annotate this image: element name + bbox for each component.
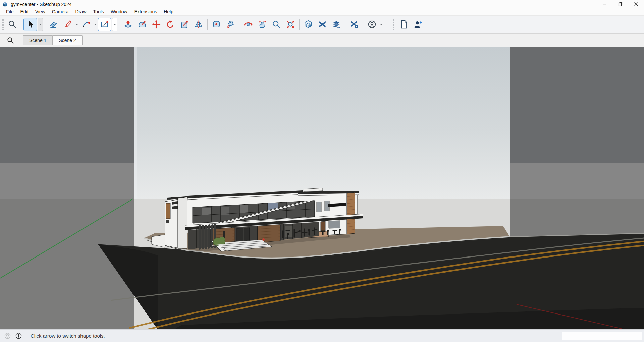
help-info-icon[interactable] [15,332,22,339]
follow-me-icon [138,20,147,29]
arc-tool-button[interactable] [79,18,93,31]
title-bar: gym+center - SketchUp 2024 [0,0,644,8]
status-separator [26,332,26,340]
menu-camera[interactable]: Camera [49,8,72,15]
close-button[interactable] [628,0,644,8]
menu-tools[interactable]: Tools [90,8,107,15]
scene-tab-bar: Scene 1Scene 2 [0,34,644,47]
toolbar-separator [239,19,239,30]
3d-warehouse-button[interactable] [302,18,315,31]
orbit-tool-button[interactable] [241,18,255,31]
scene-tab-2[interactable]: Scene 2 [53,35,82,45]
move-tool-button[interactable] [150,18,163,31]
chevron-down-icon [94,23,97,26]
measurements-input[interactable] [562,332,642,340]
chevron-down-icon [75,23,78,26]
push-pull-tool-button[interactable] [121,18,135,31]
zoom-extents-icon [286,20,295,29]
select-arrow-icon [25,20,35,29]
toolbar-separator [207,19,208,30]
sign-in-button[interactable] [365,18,379,31]
scale-tool-button[interactable] [178,18,191,31]
chevron-down-icon [113,23,116,26]
status-message: Click arrow to switch shape tools. [31,333,105,339]
scene-tabs: Scene 1Scene 2 [23,35,83,45]
scene-search-icon[interactable] [7,37,14,44]
offset-tool-button[interactable] [210,18,223,31]
window-controls [597,0,644,8]
rotate-tool-button[interactable] [164,18,177,31]
search-icon [8,20,17,29]
zoom-extents-tool-button[interactable] [284,18,297,31]
win-close-icon [634,2,638,6]
move-icon [152,20,161,29]
orbit-icon [244,20,253,29]
send-to-layout-button[interactable] [330,18,343,31]
new-file-button[interactable] [397,18,411,31]
viewport-3d[interactable] [0,47,644,329]
toolbar-grip[interactable] [2,18,4,31]
arc-tool-dropdown[interactable] [93,18,98,31]
add-collaborator-button[interactable] [411,18,425,31]
add-collaborator-icon [413,20,423,29]
sketchup-window: gym+center - SketchUp 2024 FileEditViewC… [0,0,644,342]
toolbar-separator [21,19,21,30]
toolbar-grip[interactable] [393,18,396,31]
chevron-down-icon [380,23,383,26]
restore-button[interactable] [612,0,628,8]
pan-tool-button[interactable] [256,18,269,31]
extension-manager-icon [350,20,359,29]
sign-in-dropdown[interactable] [379,18,383,31]
extension-warehouse-icon [318,20,327,29]
new-document-icon [399,20,409,29]
layout-stack-icon [332,20,341,29]
flip-tool-button[interactable] [192,18,205,31]
pencil-icon [63,20,72,29]
menu-draw[interactable]: Draw [72,8,90,15]
select-tool-button[interactable] [23,18,37,31]
arc-icon [82,20,91,29]
minimize-button[interactable] [597,0,612,8]
push-pull-icon [123,20,133,29]
menu-help[interactable]: Help [160,8,177,15]
window-title: gym+center - SketchUp 2024 [11,2,72,7]
line-tool-button[interactable] [61,18,74,31]
zoom-tool-button[interactable] [270,18,283,31]
paint-bucket-tool-button[interactable] [224,18,237,31]
rectangle-tool-dropdown[interactable] [112,18,117,31]
sketchup-logo-icon [2,1,8,7]
toolbar-separator [45,19,45,30]
avatar-icon [367,20,377,29]
warehouse-3d-icon [304,20,313,29]
toolbar-separator [345,19,345,30]
toolbar-separator [119,19,119,30]
scene-tab-1[interactable]: Scene 1 [23,35,53,45]
win-restore-icon [618,2,623,6]
menu-extensions[interactable]: Extensions [131,8,160,15]
search-tool-button[interactable] [6,18,19,31]
extension-warehouse-button[interactable] [316,18,329,31]
rectangle-tool-button[interactable] [98,18,111,31]
scale-icon [180,20,189,29]
toolbar [0,15,644,34]
follow-me-tool-button[interactable] [136,18,149,31]
wood-panel-column [347,192,355,234]
menu-file[interactable]: File [3,8,17,15]
pan-icon [258,20,267,29]
chevron-down-icon [39,23,42,26]
select-tool-dropdown[interactable] [38,18,43,31]
line-tool-dropdown[interactable] [75,18,79,31]
zoom-icon [272,20,281,29]
eraser-tool-button[interactable] [47,18,60,31]
status-bar: Click arrow to switch shape tools. [0,329,644,342]
menu-window[interactable]: Window [107,8,131,15]
measurements-separator [553,332,553,340]
menu-edit[interactable]: Edit [17,8,32,15]
paint-bucket-icon [226,20,235,29]
geolocation-icon[interactable] [4,332,11,339]
menu-view[interactable]: View [32,8,49,15]
toolbar-separator [299,19,300,30]
menu-bar: FileEditViewCameraDrawToolsWindowExtensi… [0,8,644,15]
extension-manager-button[interactable] [347,18,361,31]
toolbar-separator [363,19,363,30]
